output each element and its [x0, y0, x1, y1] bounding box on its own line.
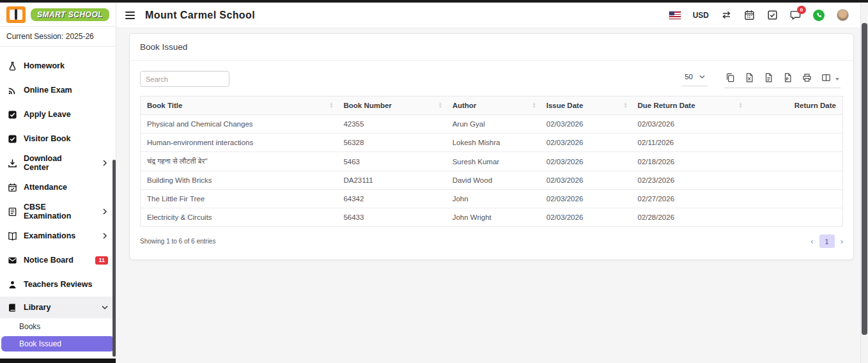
app-logo[interactable]: SMART SCHOOL — [0, 3, 116, 27]
user-avatar[interactable] — [837, 9, 849, 21]
open-book-icon — [8, 231, 17, 241]
whatsapp-icon[interactable] — [813, 10, 825, 21]
sidebar-item-examinations[interactable]: Examinations — [0, 224, 116, 248]
sidebar-item-attendance[interactable]: Attendance — [0, 175, 116, 199]
currency-label[interactable]: USD — [693, 11, 709, 20]
hamburger-menu-icon[interactable] — [125, 12, 135, 19]
cell-book-title: Electricity & Circuits — [141, 208, 337, 227]
sidebar-item-online-exam[interactable]: Online Exam — [0, 78, 116, 102]
logo-book-icon — [6, 6, 26, 23]
cell-book-number: 56433 — [337, 208, 446, 227]
cell-issue-date: 02/03/2026 — [540, 190, 632, 208]
cell-book-number: DA23111 — [337, 171, 446, 190]
sidebar-item-visitor-book[interactable]: Visitor Book — [0, 127, 116, 151]
exchange-arrows-icon[interactable] — [721, 10, 732, 20]
next-page-button[interactable]: › — [841, 237, 843, 245]
sidebar-item-label: Notice Board — [24, 256, 74, 265]
content-area: Book Issued 50 — [116, 28, 868, 260]
card-title: Book Issued — [130, 34, 853, 61]
sort-arrows-icon: ▲▼ — [438, 102, 442, 109]
page-title: Mount Carmel School — [145, 10, 255, 21]
book-issued-card: Book Issued 50 — [129, 33, 854, 260]
cell-book-number: 5463 — [337, 152, 446, 171]
colvis-dropdown-caret[interactable] — [835, 78, 839, 81]
cell-due-return-date: 02/18/2026 — [631, 152, 746, 171]
previous-page-button[interactable]: ‹ — [810, 237, 813, 245]
flask-icon — [8, 61, 17, 71]
cell-issue-date: 02/03/2026 — [540, 134, 632, 152]
column-header-book-number[interactable]: Book Number▲▼ — [337, 97, 446, 115]
logo-text: SMART SCHOOL — [29, 7, 111, 22]
task-check-icon[interactable] — [767, 10, 778, 20]
column-header-book-title[interactable]: Book Title▲▼ — [141, 97, 337, 115]
sidebar-item-teachers-reviews[interactable]: Teachers Reviews — [0, 272, 116, 297]
cell-return-date — [747, 171, 842, 190]
us-flag-icon[interactable] — [669, 12, 681, 19]
csv-export-button[interactable] — [764, 72, 774, 82]
cell-return-date — [747, 134, 842, 152]
cell-issue-date: 02/03/2026 — [540, 171, 632, 190]
table-footer: Showing 1 to 6 of 6 entries ‹ 1 › — [130, 227, 853, 259]
sidebar-item-label: CBSE Examination — [24, 203, 89, 220]
column-header-author[interactable]: Author▲▼ — [446, 97, 540, 115]
column-header-due-return-date[interactable]: Due Return Date▲▼ — [631, 97, 746, 115]
page-length-value: 50 — [685, 73, 693, 81]
sidebar-item-label: Download Center — [24, 154, 89, 172]
cell-issue-date: 02/03/2026 — [540, 115, 632, 134]
main-area: Mount Carmel School USD 0 — [116, 3, 868, 363]
cell-return-date — [747, 115, 842, 134]
checkbox-icon — [8, 134, 17, 144]
sidebar-item-homework[interactable]: Homework — [0, 54, 116, 78]
cell-due-return-date: 02/28/2026 — [631, 208, 746, 227]
submenu-item-book-issued[interactable]: Book Issued — [1, 336, 114, 351]
page-scrollbar[interactable] — [860, 3, 868, 363]
page-length-select[interactable]: 50 — [682, 71, 708, 86]
submenu-item-books[interactable]: Books — [0, 318, 116, 335]
app-root: SMART SCHOOL Current Session: 2025-26 Ho… — [0, 0, 868, 363]
search-input[interactable] — [140, 71, 229, 87]
person-icon — [8, 280, 17, 290]
notice-count-badge: 11 — [95, 256, 108, 265]
sidebar-item-notice-board[interactable]: Notice Board 11 — [0, 248, 116, 272]
sidebar-menu: Homework Online Exam Apply Leave Visitor… — [0, 47, 116, 351]
library-submenu: Books Book Issued — [0, 318, 116, 351]
book-icon — [8, 303, 17, 313]
table-toolbar: 50 — [130, 61, 853, 96]
column-header-return-date[interactable]: Return Date — [747, 97, 842, 115]
print-button[interactable] — [802, 72, 812, 82]
table-row: Physical and Chemical Changes 42355 Arun… — [141, 115, 842, 134]
cell-book-title: Building With Bricks — [141, 171, 337, 190]
cell-book-title: Human-environment interactions — [141, 134, 337, 152]
pdf-export-button[interactable] — [783, 72, 793, 82]
sidebar-item-library[interactable]: Library — [0, 297, 116, 318]
table-row: चंद्र गहना से लौटती बेर" 5463 Suresh Kum… — [141, 152, 842, 171]
sidebar-item-cbse-examination[interactable]: CBSE Examination — [0, 199, 116, 224]
chat-icon[interactable]: 0 — [790, 10, 801, 20]
sidebar-item-label: Teachers Reviews — [24, 280, 92, 289]
current-page-button[interactable]: 1 — [819, 235, 835, 248]
cell-author: Arun Gyal — [446, 115, 540, 134]
sort-arrows-icon: ▲▼ — [624, 102, 628, 109]
cell-book-title: The Little Fir Tree — [141, 190, 337, 208]
column-visibility-button[interactable] — [821, 72, 832, 82]
cell-book-title: चंद्र गहना से लौटती बेर" — [141, 152, 337, 171]
sidebar-item-apply-leave[interactable]: Apply Leave — [0, 102, 116, 127]
excel-export-button[interactable] — [745, 72, 755, 82]
sidebar-item-download-center[interactable]: Download Center — [0, 151, 116, 175]
pagination: ‹ 1 › — [810, 235, 843, 248]
column-header-issue-date[interactable]: Issue Date▲▼ — [540, 97, 632, 115]
sidebar-scrollbar[interactable] — [112, 160, 116, 357]
scrollbar-thumb[interactable] — [862, 23, 867, 335]
sort-arrows-icon: ▲▼ — [329, 102, 333, 109]
current-session-label: Current Session: 2025-26 — [0, 27, 116, 47]
chevron-right-icon — [102, 233, 108, 239]
chat-count-badge: 0 — [797, 6, 806, 14]
cell-due-return-date: 02/03/2026 — [631, 115, 746, 134]
export-buttons — [724, 71, 841, 88]
cell-author: Lokesh Mishra — [446, 134, 540, 152]
sidebar-bottom-bar — [0, 359, 116, 363]
copy-button[interactable] — [725, 72, 736, 82]
sidebar-item-label: Attendance — [24, 183, 67, 192]
calendar-icon[interactable] — [744, 10, 755, 20]
cell-return-date — [747, 152, 842, 171]
